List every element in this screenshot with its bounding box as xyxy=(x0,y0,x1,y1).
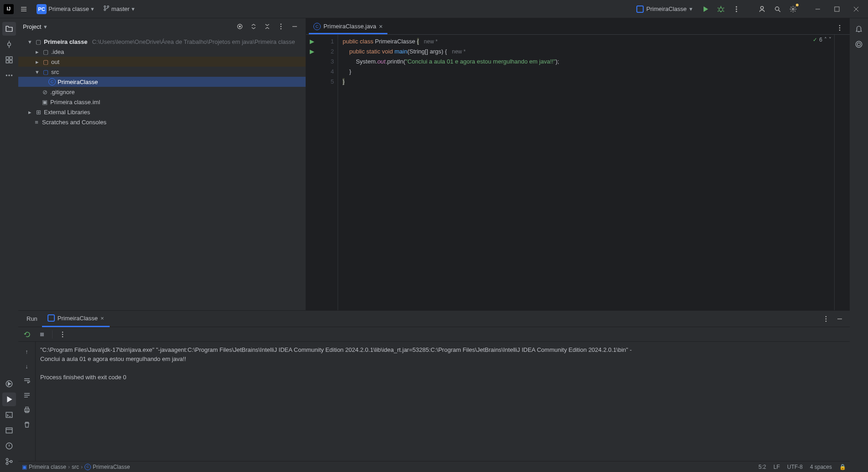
tree-scratches[interactable]: ≡ Scratches and Consoles xyxy=(18,117,306,127)
run-tab[interactable]: PrimeiraClasse × xyxy=(42,311,110,327)
minimize-window-button[interactable] xyxy=(810,3,826,16)
indent-setting[interactable]: 4 spaces xyxy=(810,464,832,470)
breadcrumb-item[interactable]: PrimeiraClasse xyxy=(93,464,130,470)
chevron-right-icon: ▸ xyxy=(34,58,40,65)
breadcrumb-item[interactable]: src xyxy=(72,464,79,470)
readonly-lock-icon[interactable]: 🔒 xyxy=(839,464,846,470)
run-gutter-icon[interactable]: ▶ xyxy=(310,37,314,47)
module-icon: ▣ xyxy=(22,464,27,470)
tree-folder-idea[interactable]: ▸ ▢ .idea xyxy=(18,47,306,57)
tree-class-file[interactable]: C PrimeiraClasse xyxy=(18,77,306,87)
file-encoding[interactable]: UTF-8 xyxy=(787,464,803,470)
commit-toolwindow-button[interactable] xyxy=(2,37,16,51)
panel-options-button[interactable] xyxy=(275,20,287,33)
more-toolwindows-button[interactable] xyxy=(2,69,16,82)
run-config-selector[interactable]: PrimeiraClasse ▾ xyxy=(633,4,696,14)
svg-point-9 xyxy=(792,8,794,10)
project-selector[interactable]: PC Primeira classe ▾ xyxy=(34,3,97,15)
debug-button[interactable] xyxy=(715,3,727,16)
collapse-all-button[interactable] xyxy=(261,20,274,33)
rerun-button[interactable] xyxy=(21,328,34,341)
main-menu-button[interactable] xyxy=(17,3,30,16)
svg-point-24 xyxy=(6,462,8,465)
chevron-down-icon[interactable]: ▾ xyxy=(44,23,47,30)
print-button[interactable] xyxy=(20,403,34,417)
tree-file-gitignore[interactable]: ⊘ .gitignore xyxy=(18,87,306,97)
git-toolwindow-button[interactable] xyxy=(2,455,16,468)
library-icon: ⊞ xyxy=(35,108,42,116)
project-toolwindow-button[interactable] xyxy=(2,22,16,36)
stop-button[interactable] xyxy=(36,328,48,341)
svg-rect-37 xyxy=(40,333,44,336)
run-config-label: PrimeiraClasse xyxy=(646,5,687,12)
svg-point-5 xyxy=(736,8,737,10)
folder-icon: ▢ xyxy=(35,38,42,45)
folder-icon: ▢ xyxy=(42,58,49,65)
run-gutter-icon[interactable]: ▶ xyxy=(310,47,314,57)
select-opened-file-button[interactable] xyxy=(233,20,246,33)
svg-point-34 xyxy=(826,316,827,317)
tree-file-iml[interactable]: ▣ Primeira classe.iml xyxy=(18,97,306,107)
line-separator[interactable]: LF xyxy=(773,464,780,470)
run-tab-label: PrimeiraClasse xyxy=(58,315,98,322)
search-button[interactable] xyxy=(771,3,784,16)
chevron-down-icon: ▾ xyxy=(132,5,135,12)
tree-folder-src[interactable]: ▾ ▢ src xyxy=(18,67,306,77)
settings-button[interactable] xyxy=(787,3,799,16)
close-tab-button[interactable]: × xyxy=(379,23,383,30)
class-icon: C xyxy=(85,464,91,470)
tree-label: Primeira classe xyxy=(44,38,87,45)
chevron-right-icon: › xyxy=(68,464,70,470)
svg-point-11 xyxy=(8,43,11,46)
run-more-button[interactable] xyxy=(56,328,69,341)
services-toolwindow-button[interactable] xyxy=(2,377,16,391)
scroll-up-button[interactable]: ↑ xyxy=(20,345,34,358)
terminal-toolwindow-button[interactable] xyxy=(2,408,16,422)
maximize-window-button[interactable] xyxy=(829,3,845,16)
scroll-down-button[interactable]: ↓ xyxy=(20,359,34,373)
tree-external-libraries[interactable]: ▸ ⊞ External Libraries xyxy=(18,107,306,117)
tree-label: PrimeiraClasse xyxy=(58,79,98,85)
expand-all-button[interactable] xyxy=(247,20,260,33)
chevron-right-icon: ▸ xyxy=(34,48,40,55)
soft-wrap-button[interactable] xyxy=(20,374,34,387)
close-tab-button[interactable]: × xyxy=(101,315,104,322)
chevron-down-icon: ▾ xyxy=(26,38,33,45)
svg-point-0 xyxy=(104,6,106,8)
tree-label: .gitignore xyxy=(50,89,74,95)
run-panel-options-button[interactable] xyxy=(820,313,832,325)
vcs-branch-selector[interactable]: master ▾ xyxy=(101,4,138,14)
ai-assistant-button[interactable] xyxy=(852,37,866,51)
chevron-right-icon: ▸ xyxy=(26,109,33,116)
tree-label: .idea xyxy=(51,48,64,55)
structure-toolwindow-button[interactable] xyxy=(2,53,16,67)
prev-highlight-button[interactable]: ˄ xyxy=(824,37,827,43)
code-with-me-button[interactable] xyxy=(756,3,768,16)
warnings-count[interactable]: 6 xyxy=(819,37,822,43)
editor-code[interactable]: public class PrimeiraClasse { new * publ… xyxy=(338,35,834,310)
tree-folder-out[interactable]: ▸ ▢ out xyxy=(18,57,306,67)
tree-project-root[interactable]: ▾ ▢ Primeira classe C:\Users\leome\OneDr… xyxy=(18,37,306,47)
problems-toolwindow-button[interactable] xyxy=(2,439,16,453)
next-highlight-button[interactable]: ˅ xyxy=(829,37,831,43)
editor-more-button[interactable] xyxy=(833,21,846,34)
run-button[interactable] xyxy=(699,3,712,16)
breadcrumb-item[interactable]: Primeira classe xyxy=(29,464,66,470)
clear-console-button[interactable] xyxy=(20,418,34,431)
svg-point-33 xyxy=(839,30,841,31)
check-icon: ✓ xyxy=(813,37,817,43)
tree-label: External Libraries xyxy=(44,109,90,116)
editor-error-stripe[interactable] xyxy=(834,35,850,310)
hide-run-panel-button[interactable] xyxy=(833,313,846,325)
folder-icon: ▢ xyxy=(42,48,49,55)
console-output[interactable]: "C:\Program Files\Java\jdk-17\bin\java.e… xyxy=(36,342,850,461)
run-toolwindow-button[interactable] xyxy=(2,392,16,406)
cursor-position[interactable]: 5:2 xyxy=(758,464,766,470)
close-window-button[interactable] xyxy=(848,3,864,16)
editor-tab[interactable]: C PrimeiraClasse.java × xyxy=(309,20,387,34)
scroll-to-end-button[interactable] xyxy=(20,388,34,402)
notifications-button[interactable] xyxy=(852,22,866,36)
more-actions-button[interactable] xyxy=(730,3,743,16)
hide-panel-button[interactable] xyxy=(288,20,301,33)
build-toolwindow-button[interactable] xyxy=(2,424,16,437)
